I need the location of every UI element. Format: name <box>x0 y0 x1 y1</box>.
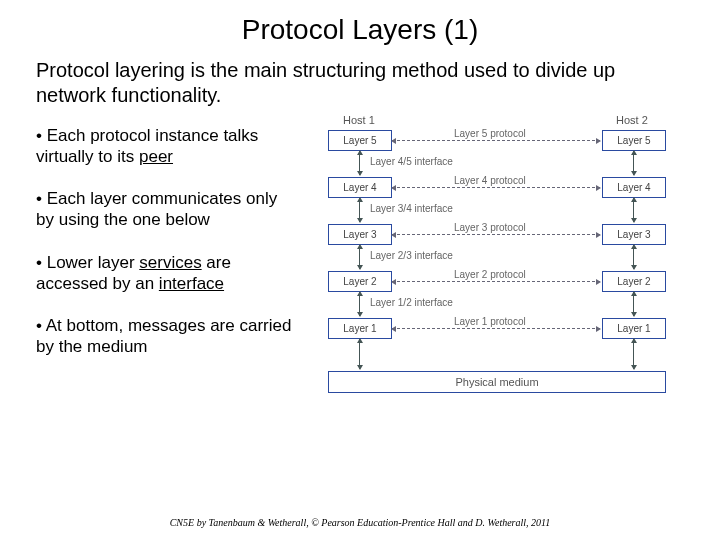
bullet-1: • Each protocol instance talks virtually… <box>36 126 298 167</box>
iface45-label: Layer 4/5 interface <box>370 156 453 167</box>
host1-label: Host 1 <box>343 114 375 126</box>
h1-layer1-box: Layer 1 <box>328 318 392 339</box>
l5-protocol-label: Layer 5 protocol <box>454 128 526 139</box>
l4-protocol-label: Layer 4 protocol <box>454 175 526 186</box>
bullet-1-underline: peer <box>139 147 173 166</box>
l5-protocol-line <box>392 140 600 141</box>
host2-label: Host 2 <box>616 114 648 126</box>
h1-iface23-arrow <box>359 245 360 269</box>
bullet-3-pre: • Lower layer <box>36 253 139 272</box>
l2-protocol-line <box>392 281 600 282</box>
iface12-label: Layer 1/2 interface <box>370 297 453 308</box>
h2-layer1-box: Layer 1 <box>602 318 666 339</box>
physical-medium-box: Physical medium <box>328 371 666 393</box>
l1-protocol-line <box>392 328 600 329</box>
h2-iface12-arrow <box>633 292 634 316</box>
h1-iface45-arrow <box>359 151 360 175</box>
h1-iface12-arrow <box>359 292 360 316</box>
h1-to-medium-arrow <box>359 339 360 369</box>
iface34-label: Layer 3/4 interface <box>370 203 453 214</box>
l3-protocol-label: Layer 3 protocol <box>454 222 526 233</box>
h2-layer3-box: Layer 3 <box>602 224 666 245</box>
bullet-3-underline-1: services <box>139 253 201 272</box>
h2-layer4-box: Layer 4 <box>602 177 666 198</box>
h1-layer4-box: Layer 4 <box>328 177 392 198</box>
bullet-4: • At bottom, messages are carried by the… <box>36 316 298 357</box>
l4-protocol-line <box>392 187 600 188</box>
h1-layer3-box: Layer 3 <box>328 224 392 245</box>
slide-footer: CN5E by Tanenbaum & Wetherall, © Pearson… <box>0 517 720 528</box>
bullet-list: • Each protocol instance talks virtually… <box>36 114 298 380</box>
bullet-4-text: • At bottom, messages are carried by the… <box>36 316 291 356</box>
bullet-2-text: • Each layer communicates only by using … <box>36 189 277 229</box>
l2-protocol-label: Layer 2 protocol <box>454 269 526 280</box>
h2-iface34-arrow <box>633 198 634 222</box>
h2-iface45-arrow <box>633 151 634 175</box>
h2-to-medium-arrow <box>633 339 634 369</box>
slide-title: Protocol Layers (1) <box>0 0 720 52</box>
bullet-3-underline-2: interface <box>159 274 224 293</box>
iface23-label: Layer 2/3 interface <box>370 250 453 261</box>
h1-layer5-box: Layer 5 <box>328 130 392 151</box>
bullet-3: • Lower layer services are accessed by a… <box>36 253 298 294</box>
h1-iface34-arrow <box>359 198 360 222</box>
h2-layer5-box: Layer 5 <box>602 130 666 151</box>
h2-iface23-arrow <box>633 245 634 269</box>
layer-diagram: Host 1 Host 2 Layer 5 Layer 5 Layer 5 pr… <box>298 114 708 380</box>
bullet-2: • Each layer communicates only by using … <box>36 189 298 230</box>
l1-protocol-label: Layer 1 protocol <box>454 316 526 327</box>
l3-protocol-line <box>392 234 600 235</box>
h1-layer2-box: Layer 2 <box>328 271 392 292</box>
content-row: • Each protocol instance talks virtually… <box>0 114 720 380</box>
h2-layer2-box: Layer 2 <box>602 271 666 292</box>
intro-text: Protocol layering is the main structurin… <box>0 52 720 114</box>
